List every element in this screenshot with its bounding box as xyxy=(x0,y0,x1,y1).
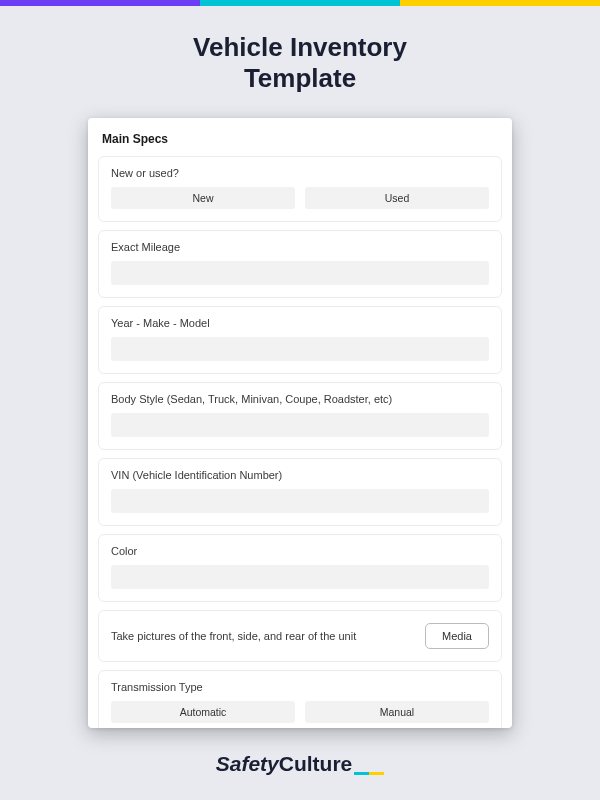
field-new-or-used: New or used? New Used xyxy=(98,156,502,222)
form-card: Main Specs New or used? New Used Exact M… xyxy=(88,118,512,728)
field-label: Transmission Type xyxy=(111,681,489,693)
field-year-make-model: Year - Make - Model xyxy=(98,306,502,374)
section-heading: Main Specs xyxy=(98,128,502,156)
mileage-input[interactable] xyxy=(111,261,489,285)
field-label: Color xyxy=(111,545,489,557)
field-mileage: Exact Mileage xyxy=(98,230,502,298)
option-manual[interactable]: Manual xyxy=(305,701,489,723)
field-transmission: Transmission Type Automatic Manual xyxy=(98,670,502,728)
field-color: Color xyxy=(98,534,502,602)
body-style-input[interactable] xyxy=(111,413,489,437)
option-automatic[interactable]: Automatic xyxy=(111,701,295,723)
color-input[interactable] xyxy=(111,565,489,589)
media-button[interactable]: Media xyxy=(425,623,489,649)
field-vin: VIN (Vehicle Identification Number) xyxy=(98,458,502,526)
field-label: New or used? xyxy=(111,167,489,179)
top-color-stripe xyxy=(0,0,600,6)
brand-part1: Safety xyxy=(216,752,279,775)
field-label: Take pictures of the front, side, and re… xyxy=(111,630,356,642)
field-pictures: Take pictures of the front, side, and re… xyxy=(98,610,502,662)
page-title-line2: Template xyxy=(244,63,356,93)
brand-part2: Culture xyxy=(279,752,353,775)
field-label: Year - Make - Model xyxy=(111,317,489,329)
ymm-input[interactable] xyxy=(111,337,489,361)
option-new[interactable]: New xyxy=(111,187,295,209)
page-title-line1: Vehicle Inventory xyxy=(193,32,407,62)
field-label: Body Style (Sedan, Truck, Minivan, Coupe… xyxy=(111,393,489,405)
page-title: Vehicle Inventory Template xyxy=(0,32,600,94)
vin-input[interactable] xyxy=(111,489,489,513)
option-used[interactable]: Used xyxy=(305,187,489,209)
brand-underline-icon xyxy=(354,772,384,775)
field-label: VIN (Vehicle Identification Number) xyxy=(111,469,489,481)
field-label: Exact Mileage xyxy=(111,241,489,253)
field-body-style: Body Style (Sedan, Truck, Minivan, Coupe… xyxy=(98,382,502,450)
brand-logo: SafetyCulture xyxy=(0,752,600,776)
